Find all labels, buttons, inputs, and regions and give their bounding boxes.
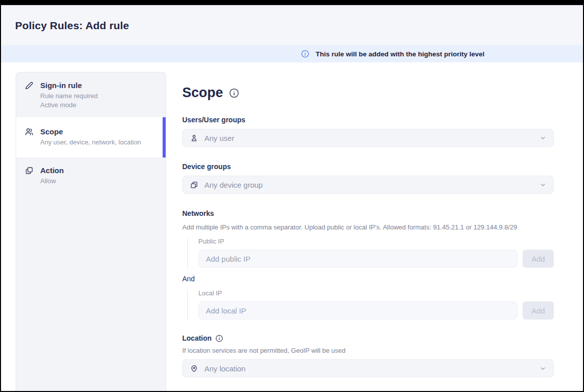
page-header: Policy Rules: Add rule — [1, 5, 583, 45]
sidebar-item-subtitle: Allow — [40, 177, 64, 185]
sidebar-item-subtitle: Any user, device, network, location — [40, 138, 141, 146]
networks-description: Add multiple IPs with a comma separator.… — [182, 223, 554, 231]
copy-icon — [25, 167, 33, 185]
sidebar-item-scope[interactable]: Scope Any user, device, network, locatio… — [16, 117, 166, 158]
location-label: Location — [182, 334, 211, 342]
and-connector-label: And — [182, 275, 554, 283]
location-select[interactable]: Any location — [182, 359, 554, 377]
location-description: If location services are not permitted, … — [182, 347, 554, 354]
priority-banner-text: This rule will be added with the highest… — [316, 50, 484, 58]
device-groups-select[interactable]: Any device group — [182, 176, 554, 194]
users-select[interactable]: Any user — [182, 129, 554, 147]
devices-icon — [190, 181, 198, 189]
add-local-ip-button[interactable]: Add — [523, 301, 554, 320]
sidebar-item-title: Action — [40, 166, 64, 175]
sidebar-item-sign-in-rule[interactable]: Sign-in rule Rule name required Active m… — [16, 72, 166, 117]
users-select-value: Any user — [204, 134, 533, 142]
location-info-icon[interactable] — [215, 335, 223, 342]
priority-banner: This rule will be added with the highest… — [1, 45, 583, 62]
add-public-ip-button[interactable]: Add — [523, 250, 554, 268]
user-group-icon — [25, 128, 33, 146]
location-select-value: Any location — [204, 364, 533, 373]
networks-label: Networks — [182, 209, 554, 217]
public-ip-input[interactable] — [198, 250, 518, 268]
sidebar-item-subtitle: Active mode — [40, 101, 98, 109]
public-ip-label: Public IP — [198, 238, 554, 245]
device-groups-label: Device groups — [182, 163, 554, 171]
users-label: Users/User groups — [182, 116, 554, 124]
chevron-down-icon — [540, 182, 546, 188]
device-groups-select-value: Any device group — [204, 181, 533, 189]
sidebar-item-action[interactable]: Action Allow — [16, 158, 166, 193]
scope-heading: Scope — [182, 85, 223, 101]
info-icon — [301, 50, 309, 58]
local-ip-block: Local IP Add — [187, 289, 554, 320]
page-title: Policy Rules: Add rule — [15, 20, 129, 32]
local-ip-input[interactable] — [198, 301, 518, 320]
location-pin-icon — [190, 365, 198, 372]
scope-info-icon[interactable] — [229, 88, 239, 98]
sidebar-item-subtitle: Rule name required — [40, 92, 98, 100]
sidebar-item-title: Sign-in rule — [40, 81, 98, 90]
scope-panel: Scope Users/User groups Any user Device … — [182, 72, 554, 377]
chevron-down-icon — [540, 135, 546, 141]
policy-rule-window: Policy Rules: Add rule This rule will be… — [1, 5, 583, 391]
rule-steps-sidebar: Sign-in rule Rule name required Active m… — [16, 72, 166, 391]
user-icon — [190, 134, 198, 142]
sidebar-item-title: Scope — [40, 127, 141, 136]
public-ip-block: Public IP Add — [187, 238, 554, 268]
pencil-icon — [25, 82, 33, 110]
local-ip-label: Local IP — [198, 289, 554, 297]
chevron-down-icon — [540, 365, 546, 372]
app-frame: Policy Rules: Add rule This rule will be… — [0, 0, 584, 392]
